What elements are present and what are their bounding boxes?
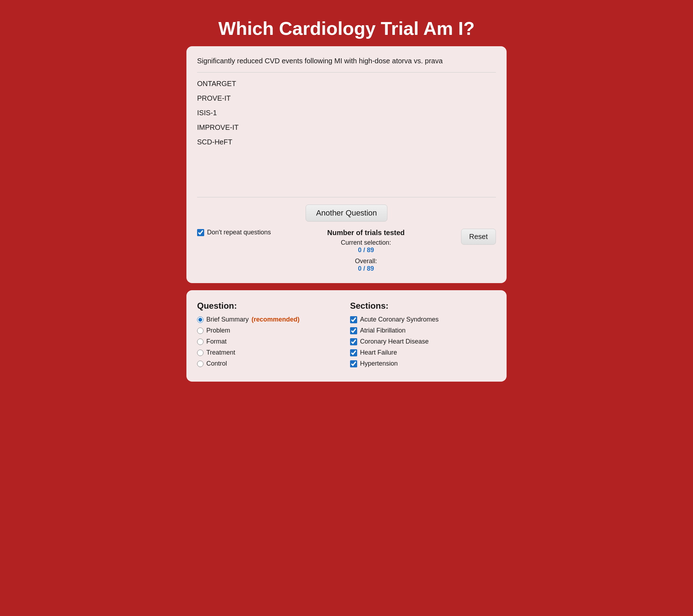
current-selection-label: Current selection:	[341, 239, 391, 246]
section-checkbox[interactable]	[350, 327, 357, 334]
question-type-item[interactable]: Treatment	[197, 349, 343, 356]
question-type-radio[interactable]	[197, 361, 203, 367]
question-column: Question: Brief Summary (recommended)Pro…	[197, 301, 343, 371]
question-type-radio[interactable]	[197, 328, 203, 334]
overall-count: 0 / 89	[358, 265, 374, 272]
question-text: Significantly reduced CVD events followi…	[197, 57, 496, 73]
answer-option[interactable]: PROVE-IT	[197, 94, 496, 102]
question-type-radio[interactable]	[197, 317, 203, 323]
button-row: Another Question	[197, 205, 496, 222]
section-checkbox[interactable]	[350, 316, 357, 323]
sections-column: Sections: Acute Coronary SyndromesAtrial…	[350, 301, 496, 371]
answer-option[interactable]: IMPROVE-IT	[197, 123, 496, 132]
section-checkbox[interactable]	[350, 349, 357, 356]
section-item[interactable]: Acute Coronary Syndromes	[350, 316, 496, 323]
question-column-header: Question:	[197, 301, 343, 311]
another-question-button[interactable]: Another Question	[306, 205, 387, 222]
divider	[197, 197, 496, 197]
main-quiz-card: Significantly reduced CVD events followi…	[186, 46, 507, 283]
page-title: Which Cardiology Trial Am I?	[7, 7, 686, 46]
answer-option[interactable]: SCD-HeFT	[197, 138, 496, 146]
question-type-radio[interactable]	[197, 350, 203, 356]
recommended-badge: (recommended)	[252, 316, 300, 323]
sections-column-header: Sections:	[350, 301, 496, 311]
dont-repeat-label[interactable]: Don't repeat questions	[197, 229, 271, 236]
question-type-item[interactable]: Brief Summary (recommended)	[197, 316, 343, 323]
answer-options-list: ONTARGETPROVE-ITISIS-1IMPROVE-ITSCD-HeFT	[197, 80, 496, 193]
options-card: Question: Brief Summary (recommended)Pro…	[186, 290, 507, 382]
reset-button[interactable]: Reset	[461, 229, 496, 245]
section-item[interactable]: Heart Failure	[350, 349, 496, 356]
question-types-list: Brief Summary (recommended)ProblemFormat…	[197, 316, 343, 367]
section-item[interactable]: Atrial Fibrillation	[350, 327, 496, 334]
answer-option[interactable]: ONTARGET	[197, 80, 496, 88]
trials-section: Number of trials tested Current selectio…	[275, 229, 457, 272]
question-type-radio[interactable]	[197, 339, 203, 345]
dont-repeat-text: Don't repeat questions	[207, 229, 271, 236]
question-type-item[interactable]: Control	[197, 360, 343, 367]
current-selection-row: Current selection: 0 / 89	[275, 239, 457, 254]
overall-label: Overall:	[355, 257, 377, 265]
options-grid: Question: Brief Summary (recommended)Pro…	[197, 301, 496, 371]
question-type-item[interactable]: Problem	[197, 327, 343, 334]
answer-option[interactable]: ISIS-1	[197, 109, 496, 117]
bottom-row: Don't repeat questions Number of trials …	[197, 229, 496, 272]
trials-label: Number of trials tested	[275, 229, 457, 237]
section-checkbox[interactable]	[350, 338, 357, 345]
overall-row: Overall: 0 / 89	[275, 257, 457, 272]
dont-repeat-checkbox[interactable]	[197, 229, 204, 236]
section-item[interactable]: Hypertension	[350, 360, 496, 367]
current-selection-count: 0 / 89	[358, 246, 374, 254]
sections-list: Acute Coronary SyndromesAtrial Fibrillat…	[350, 316, 496, 367]
question-type-item[interactable]: Format	[197, 338, 343, 345]
section-item[interactable]: Coronary Heart Disease	[350, 338, 496, 345]
section-checkbox[interactable]	[350, 360, 357, 367]
